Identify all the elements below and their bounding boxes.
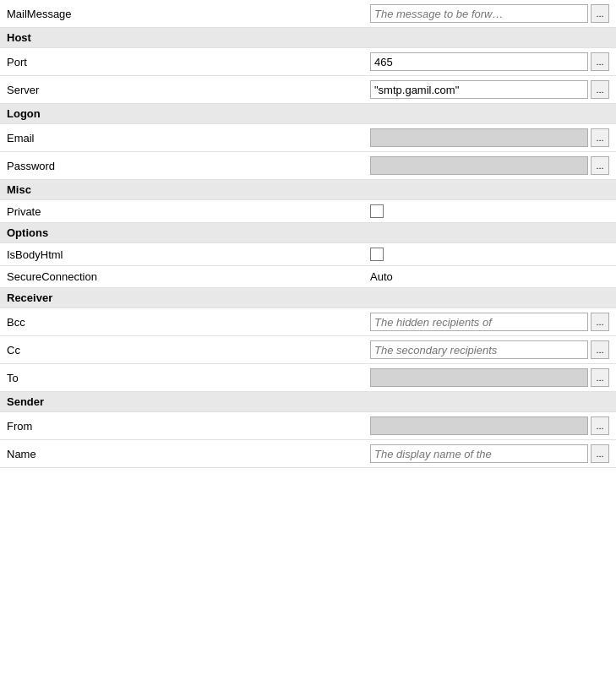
value-wrapper: Auto — [370, 270, 609, 283]
property-grid: MailMessage...HostPort...Server...LogonE… — [0, 0, 616, 468]
section-header-receiver: Receiver — [0, 288, 616, 308]
property-label: Private — [0, 200, 363, 223]
value-wrapper: ... — [370, 368, 609, 387]
property-row-password: Password... — [0, 152, 616, 180]
section-header-options: Options — [0, 223, 616, 243]
text-input-bcc[interactable] — [370, 313, 588, 331]
ellipsis-button-name[interactable]: ... — [591, 444, 609, 463]
ellipsis-button-server[interactable]: ... — [591, 80, 609, 99]
text-input-server[interactable] — [370, 80, 588, 99]
text-input-from[interactable] — [370, 416, 588, 435]
section-label: Misc — [0, 180, 616, 200]
property-row-private: Private — [0, 200, 616, 223]
text-input-cc[interactable] — [370, 340, 588, 359]
ellipsis-button-to[interactable]: ... — [591, 368, 609, 387]
property-row-server: Server... — [0, 76, 616, 104]
section-label: Sender — [0, 392, 616, 412]
section-header-sender: Sender — [0, 392, 616, 412]
value-wrapper: ... — [370, 80, 609, 99]
section-label: Options — [0, 223, 616, 243]
property-row-port: Port... — [0, 48, 616, 76]
property-label: Cc — [0, 336, 363, 364]
value-wrapper: ... — [370, 4, 609, 23]
section-label: Receiver — [0, 288, 616, 308]
property-value-cell: ... — [363, 364, 616, 391]
property-label: Email — [0, 124, 363, 152]
property-row-mailmessage: MailMessage... — [0, 0, 616, 28]
property-value-cell: ... — [363, 336, 616, 363]
section-header-logon: Logon — [0, 104, 616, 124]
property-row-isbodyhtml: IsBodyHtml — [0, 243, 616, 266]
value-wrapper: ... — [370, 52, 609, 71]
section-label: Logon — [0, 104, 616, 124]
property-label: IsBodyHtml — [0, 243, 363, 266]
checkbox-private[interactable] — [370, 204, 384, 218]
ellipsis-button-mailmessage[interactable]: ... — [591, 4, 609, 23]
property-row-cc: Cc... — [0, 336, 616, 364]
property-label: Port — [0, 48, 363, 76]
text-input-mailmessage[interactable] — [370, 4, 588, 23]
property-label: Bcc — [0, 308, 363, 336]
value-wrapper: ... — [370, 156, 609, 175]
value-wrapper — [370, 204, 609, 218]
text-input-email[interactable] — [370, 128, 588, 147]
property-row-name: Name... — [0, 440, 616, 468]
property-label: Name — [0, 440, 363, 468]
section-header-misc: Misc — [0, 180, 616, 200]
value-wrapper: ... — [370, 444, 609, 463]
property-value-cell — [363, 243, 616, 265]
value-wrapper: ... — [370, 313, 609, 331]
property-row-email: Email... — [0, 124, 616, 152]
ellipsis-button-bcc[interactable]: ... — [591, 313, 609, 331]
value-wrapper: ... — [370, 128, 609, 147]
property-label: Password — [0, 152, 363, 180]
ellipsis-button-password[interactable]: ... — [591, 156, 609, 175]
property-row-secureconnection: SecureConnectionAuto — [0, 266, 616, 288]
checkbox-isbodyhtml[interactable] — [370, 248, 384, 261]
ellipsis-button-cc[interactable]: ... — [591, 340, 609, 359]
property-value-cell: Auto — [363, 266, 616, 287]
property-row-from: From... — [0, 412, 616, 440]
value-wrapper: ... — [370, 416, 609, 435]
property-label: To — [0, 364, 363, 392]
text-input-name[interactable] — [370, 444, 588, 463]
ellipsis-button-email[interactable]: ... — [591, 128, 609, 147]
property-value-cell: ... — [363, 0, 616, 27]
section-header-host: Host — [0, 28, 616, 48]
property-value-cell: ... — [363, 48, 616, 75]
property-label: MailMessage — [0, 0, 363, 28]
property-value-cell: ... — [363, 440, 616, 467]
property-value-cell: ... — [363, 412, 616, 439]
value-wrapper — [370, 248, 609, 261]
value-wrapper: ... — [370, 340, 609, 359]
text-input-password[interactable] — [370, 156, 588, 175]
ellipsis-button-from[interactable]: ... — [591, 416, 609, 435]
section-label: Host — [0, 28, 616, 48]
property-row-to: To... — [0, 364, 616, 392]
text-input-port[interactable] — [370, 52, 588, 71]
property-label: From — [0, 412, 363, 440]
property-value-cell: ... — [363, 124, 616, 151]
property-value-cell: ... — [363, 152, 616, 179]
property-label: SecureConnection — [0, 266, 363, 288]
property-value-cell: ... — [363, 308, 616, 335]
property-label: Server — [0, 76, 363, 104]
static-value: Auto — [370, 270, 393, 283]
property-value-cell — [363, 200, 616, 222]
text-input-to[interactable] — [370, 368, 588, 387]
property-value-cell: ... — [363, 76, 616, 103]
ellipsis-button-port[interactable]: ... — [591, 52, 609, 71]
property-row-bcc: Bcc... — [0, 308, 616, 336]
